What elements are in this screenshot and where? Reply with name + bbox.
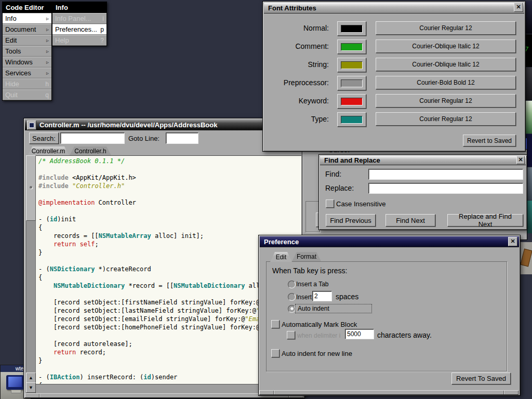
string-color-button[interactable]: [337, 58, 366, 72]
keyword-color-button[interactable]: [337, 94, 366, 109]
mark-block-checkbox[interactable]: [271, 320, 280, 328]
normal-font-button[interactable]: Courier Regular 12: [376, 21, 516, 35]
find-previous-button[interactable]: Find Previous: [326, 214, 376, 227]
replace-input[interactable]: [368, 183, 523, 194]
type-color-button[interactable]: [337, 112, 366, 127]
desktop: 7 wterm Controller.m -- /usr/home/dvu/de…: [0, 0, 532, 399]
search-button[interactable]: Search:: [29, 132, 59, 144]
normal-color-swatch: [341, 25, 363, 33]
preference-titlebar[interactable]: Preference: [260, 236, 519, 247]
menu-item-quit[interactable]: Quit q: [3, 89, 51, 100]
close-icon[interactable]: ✕: [508, 237, 517, 246]
delimiter-distance-input[interactable]: [345, 329, 374, 339]
find-next-button[interactable]: Find Next: [385, 214, 435, 227]
replace-and-find-next-button[interactable]: Replace and Find Next: [447, 214, 523, 227]
type-label: Type:: [263, 112, 329, 126]
submenu-arrow-icon: ▹: [46, 26, 49, 32]
submenu-arrow-icon: ▹: [46, 70, 49, 76]
tab-format[interactable]: Format: [292, 252, 321, 261]
submenu-arrow-icon: ▹: [46, 48, 49, 54]
monitor-icon: [6, 375, 24, 390]
key-equivalent: ?: [100, 37, 104, 44]
normal-color-button[interactable]: [337, 21, 366, 36]
preprocessor-font-button[interactable]: Courier-Bold Bold 12: [376, 76, 516, 89]
tab-key-question: When Tab key is press:: [272, 267, 347, 275]
delimiter-label: when delimiter i: [297, 332, 340, 339]
submenu-arrow-icon: ▹: [46, 16, 49, 21]
key-equivalent: p: [100, 26, 104, 33]
menu-item-windows[interactable]: Windows ▹: [3, 57, 51, 68]
preprocessor-color-button[interactable]: [337, 76, 366, 90]
mark-block-label: Automatically Mark Block: [282, 321, 357, 328]
scroll-down-button[interactable]: ▼: [26, 382, 36, 393]
keyword-label: Keyword:: [263, 94, 329, 108]
menu-item-tools[interactable]: Tools ▹: [3, 46, 51, 57]
goto-line-input[interactable]: [166, 132, 198, 144]
find-label: Find:: [325, 170, 341, 178]
comment-font-button[interactable]: Courier-Oblique Italic 12: [376, 39, 516, 53]
tab-controller-h[interactable]: Controller.h: [70, 147, 111, 155]
close-icon[interactable]: ✕: [516, 156, 525, 164]
radio-auto-indent-label: Auto indent: [298, 305, 329, 312]
goto-line-label: Goto Line:: [128, 135, 159, 142]
preprocessor-color-swatch: [341, 79, 363, 87]
preference-resize-bar[interactable]: [259, 390, 518, 395]
radio-insert-tab[interactable]: [288, 281, 296, 288]
menu-item-help[interactable]: Help ?: [52, 35, 107, 46]
menu-item-services[interactable]: Services ▹: [3, 68, 51, 78]
spaces-count-input[interactable]: [312, 291, 332, 301]
auto-indent-newline-checkbox[interactable]: [271, 349, 280, 357]
menu-item-edit[interactable]: Edit ▹: [3, 35, 51, 46]
revert-to-saved-button[interactable]: Revert to Saved: [463, 135, 516, 147]
code-line: [38, 207, 301, 216]
main-menu-title[interactable]: Code Editor: [3, 2, 51, 13]
radio-auto-indent[interactable]: [288, 305, 296, 313]
code-line: @implementation Controller: [38, 199, 301, 207]
tab-edit[interactable]: Edit: [270, 252, 292, 262]
vertical-scrollbar[interactable]: ▲ ▼: [26, 155, 36, 393]
menu-item-preferences[interactable]: Preferences... p: [52, 24, 107, 35]
comment-color-button[interactable]: [337, 39, 366, 54]
submenu-arrow-icon: ▹: [46, 59, 49, 65]
info-submenu-title[interactable]: Info: [52, 2, 107, 13]
delimiter-checkbox[interactable]: [287, 331, 295, 339]
code-line: - (id)init: [38, 216, 301, 224]
editor-titlebar[interactable]: Controller.m -- /usr/home/dvu/devel/Apps…: [25, 119, 303, 130]
dock-app-tile[interactable]: [520, 242, 532, 274]
scroll-up-button[interactable]: ▲: [26, 373, 36, 383]
auto-indent-newline-label: Auto indent for new line: [282, 350, 352, 357]
scrollbar-knob[interactable]: [26, 155, 36, 221]
tab-controller-m[interactable]: Controller.m: [28, 147, 69, 155]
key-equivalent: h: [45, 81, 49, 88]
close-icon[interactable]: ✕: [514, 3, 523, 12]
key-equivalent: i: [102, 15, 104, 22]
keyword-color-swatch: [341, 98, 363, 105]
normal-label: Normal:: [263, 21, 329, 35]
radio-insert-spaces[interactable]: [288, 293, 296, 301]
font-attributes-titlebar[interactable]: Font Attributes: [264, 3, 524, 14]
keyword-font-button[interactable]: Courier Regular 12: [376, 94, 516, 108]
find-input[interactable]: [368, 169, 523, 180]
miniaturize-button[interactable]: [27, 121, 36, 130]
search-input[interactable]: [60, 132, 125, 144]
code-line: /* AddressBook 0.1.1 */: [38, 157, 301, 166]
key-equivalent: q: [45, 91, 49, 99]
type-font-button[interactable]: Courier Regular 12: [376, 112, 516, 126]
menu-item-document[interactable]: Document ▹: [3, 24, 51, 35]
delimiter-suffix-label: characters away.: [377, 331, 432, 339]
string-font-button[interactable]: Courier-Oblique Italic 12: [376, 58, 516, 71]
menu-item-info[interactable]: Info ▹: [3, 13, 51, 24]
type-color-swatch: [341, 116, 363, 124]
replace-label: Replace:: [325, 184, 354, 192]
find-replace-titlebar[interactable]: Find and Replace: [320, 156, 526, 165]
case-insensitive-checkbox[interactable]: [326, 200, 334, 208]
font-attributes-panel: Font Attributes ✕ Normal: Courier Regula…: [262, 1, 526, 152]
code-line: #include "Controller.h": [38, 182, 301, 191]
revert-to-saved-button[interactable]: Revert To Saved: [451, 373, 511, 384]
radio-insert-spaces-label: Insert: [296, 294, 312, 301]
info-submenu: Info Info Panel... i Preferences... p He…: [52, 2, 107, 46]
menu-item-hide[interactable]: Hide h: [3, 78, 51, 89]
monitor-base: [11, 390, 21, 393]
menu-item-info-panel[interactable]: Info Panel... i: [52, 13, 107, 24]
find-replace-panel: Find and Replace ✕ Find: Replace: Case I…: [318, 154, 527, 230]
